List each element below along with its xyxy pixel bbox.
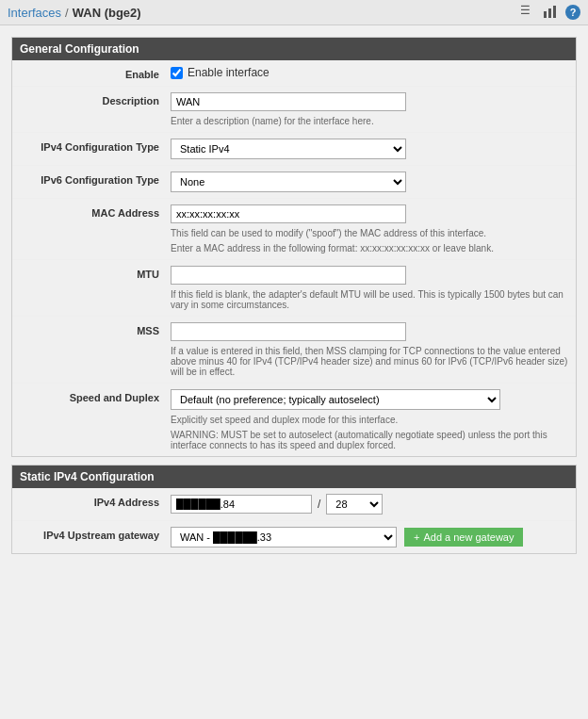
ipv6-config-type-row: IPv6 Configuration Type None Static IPv6…: [12, 166, 576, 199]
list-icon[interactable]: ☰: [520, 4, 537, 21]
general-config-title: General Configuration: [20, 42, 139, 56]
add-gateway-label: Add a new gateway: [423, 531, 514, 543]
plus-icon: +: [414, 531, 419, 543]
enable-checkbox[interactable]: [171, 67, 183, 79]
mac-address-input[interactable]: [171, 204, 406, 223]
svg-rect-2: [553, 6, 556, 18]
upstream-gateway-row: IPv4 Upstream gateway WAN - ██████.33 + …: [12, 521, 576, 553]
speed-duplex-help1: Explicitly set speed and duplex mode for…: [171, 415, 568, 425]
enable-checkbox-label: Enable interface: [188, 66, 270, 79]
mss-field: If a value is entered in this field, the…: [171, 322, 568, 377]
description-label: Description: [20, 92, 171, 106]
ipv4-address-inputs: / 32313029 28272625 24232221 20191817 16: [171, 494, 568, 515]
mtu-row: MTU If this field is blank, the adapter'…: [12, 260, 576, 317]
speed-duplex-label: Speed and Duplex: [20, 389, 171, 403]
mtu-input[interactable]: [171, 266, 406, 285]
mss-row: MSS If a value is entered in this field,…: [12, 317, 576, 384]
speed-duplex-help2: WARNING: MUST be set to autoselect (auto…: [171, 430, 568, 450]
enable-label: Enable: [20, 66, 171, 80]
speed-duplex-field: Default (no preference; typically autose…: [171, 389, 568, 450]
mss-help: If a value is entered in this field, the…: [171, 346, 568, 377]
enable-field: Enable interface: [171, 66, 568, 79]
mtu-help: If this field is blank, the adapter's de…: [171, 289, 568, 310]
ipv6-config-type-field: None Static IPv6 DHCPv6 SLAAC 6to4 Track…: [171, 172, 568, 192]
enable-row: Enable Enable interface: [12, 60, 576, 87]
upstream-gateway-select[interactable]: WAN - ██████.33: [171, 527, 397, 547]
mtu-label: MTU: [20, 266, 171, 280]
general-config-section: General Configuration Enable Enable inte…: [11, 37, 577, 457]
mss-input[interactable]: [171, 322, 406, 341]
description-help: Enter a description (name) for the inter…: [171, 116, 568, 126]
mac-address-help1: This field can be used to modify ("spoof…: [171, 228, 568, 238]
breadcrumb: Interfaces / WAN (bge2): [8, 6, 141, 20]
chart-icon[interactable]: [543, 4, 560, 21]
mac-address-row: MAC Address This field can be used to mo…: [12, 199, 576, 260]
ipv6-config-type-label: IPv6 Configuration Type: [20, 172, 171, 186]
ipv6-config-type-select[interactable]: None Static IPv6 DHCPv6 SLAAC 6to4 Track…: [171, 172, 406, 192]
ipv4-address-input[interactable]: [171, 495, 312, 514]
breadcrumb-separator: /: [65, 6, 69, 20]
gateway-row: WAN - ██████.33 + Add a new gateway: [171, 527, 568, 547]
svg-rect-0: [544, 11, 547, 18]
page-header: Interfaces / WAN (bge2) ☰ ?: [0, 0, 588, 25]
mac-address-label: MAC Address: [20, 204, 171, 219]
ipv4-address-field: / 32313029 28272625 24232221 20191817 16: [171, 494, 568, 515]
ipv4-address-label: IPv4 Address: [20, 494, 171, 508]
upstream-gateway-field: WAN - ██████.33 + Add a new gateway: [171, 527, 568, 547]
ipv4-mask-select[interactable]: 32313029 28272625 24232221 20191817 16: [326, 494, 383, 515]
mss-label: MSS: [20, 322, 171, 336]
breadcrumb-current: WAN (bge2): [73, 6, 141, 20]
ipv4-address-row: IPv4 Address / 32313029 28272625 2423222…: [12, 488, 576, 521]
speed-duplex-row: Speed and Duplex Default (no preference;…: [12, 384, 576, 456]
help-icon[interactable]: ?: [565, 5, 580, 20]
general-config-header: General Configuration: [12, 38, 576, 60]
svg-rect-1: [548, 8, 551, 18]
description-field: Enter a description (name) for the inter…: [171, 92, 568, 126]
ipv4-mask-slash: /: [318, 498, 320, 511]
mtu-field: If this field is blank, the adapter's de…: [171, 266, 568, 310]
static-ipv4-section: Static IPv4 Configuration IPv4 Address /…: [11, 465, 577, 554]
ipv4-config-type-row: IPv4 Configuration Type None Static IPv4…: [12, 133, 576, 166]
static-ipv4-title: Static IPv4 Configuration: [20, 470, 155, 483]
mac-address-field: This field can be used to modify ("spoof…: [171, 204, 568, 253]
speed-duplex-select[interactable]: Default (no preference; typically autose…: [171, 389, 500, 410]
mac-address-help2: Enter a MAC address in the following for…: [171, 243, 568, 253]
static-ipv4-header: Static IPv4 Configuration: [12, 466, 576, 488]
description-input[interactable]: [171, 92, 406, 111]
upstream-gateway-label: IPv4 Upstream gateway: [20, 527, 171, 541]
enable-checkbox-row: Enable interface: [171, 66, 270, 79]
ipv4-config-type-label: IPv4 Configuration Type: [20, 139, 171, 153]
breadcrumb-interfaces-link[interactable]: Interfaces: [8, 6, 61, 20]
header-icons: ☰ ?: [520, 4, 580, 21]
ipv4-config-type-field: None Static IPv4 DHCP PPPoE L2TP PPTP 6r…: [171, 139, 568, 159]
ipv4-config-type-select[interactable]: None Static IPv4 DHCP PPPoE L2TP PPTP 6r…: [171, 139, 406, 159]
description-row: Description Enter a description (name) f…: [12, 87, 576, 133]
add-gateway-button[interactable]: + Add a new gateway: [404, 528, 523, 547]
main-content: General Configuration Enable Enable inte…: [0, 25, 588, 565]
